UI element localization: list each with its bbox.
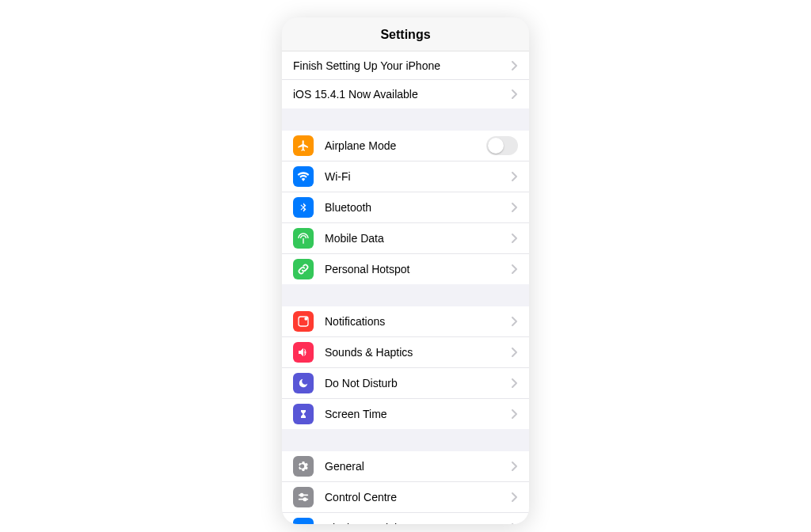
chevron-right-icon (512, 234, 518, 243)
dnd-row[interactable]: Do Not Disturb (282, 368, 529, 399)
hourglass-icon (293, 404, 314, 424)
notice-finish-setup[interactable]: Finish Setting Up Your iPhone (282, 51, 529, 80)
row-label: Wi-Fi (325, 170, 505, 183)
airplane-mode-row[interactable]: Airplane Mode (282, 131, 529, 162)
sounds-row[interactable]: Sounds & Haptics (282, 337, 529, 368)
wifi-row[interactable]: Wi-Fi (282, 162, 529, 192)
row-label: Sounds & Haptics (325, 346, 505, 359)
personal-hotspot-row[interactable]: Personal Hotspot (282, 254, 529, 284)
row-label: Control Centre (325, 491, 505, 504)
chevron-right-icon (512, 492, 518, 502)
chevron-right-icon (512, 348, 518, 357)
attention-section: Notifications Sounds & Haptics Do Not Di… (282, 306, 529, 429)
row-label: Airplane Mode (325, 139, 486, 152)
speaker-icon (293, 342, 314, 363)
chevron-right-icon (512, 523, 518, 524)
link-icon (293, 259, 314, 279)
row-label: Do Not Disturb (325, 377, 505, 390)
screentime-row[interactable]: Screen Time (282, 399, 529, 429)
moon-icon (293, 373, 314, 393)
notice-label: Finish Setting Up Your iPhone (293, 59, 505, 72)
settings-scroll[interactable]: Finish Setting Up Your iPhone iOS 15.4.1… (282, 51, 529, 524)
wifi-icon (293, 166, 314, 187)
airplane-icon (293, 135, 314, 156)
chevron-right-icon (512, 378, 518, 388)
airplane-toggle[interactable] (486, 136, 518, 155)
svg-point-1 (304, 317, 307, 321)
sliders-icon (293, 487, 314, 507)
text-size-icon: AA (293, 518, 314, 524)
antenna-icon (293, 228, 314, 249)
chevron-right-icon (512, 317, 518, 326)
bluetooth-row[interactable]: Bluetooth (282, 192, 529, 223)
gear-icon (293, 456, 314, 477)
chevron-right-icon (512, 462, 518, 471)
section-gap (282, 108, 529, 131)
row-label: Personal Hotspot (325, 263, 505, 276)
row-label: Screen Time (325, 408, 505, 420)
control-centre-row[interactable]: Control Centre (282, 482, 529, 513)
notifications-row[interactable]: Notifications (282, 306, 529, 337)
chevron-right-icon (512, 264, 518, 274)
connectivity-section: Airplane Mode Wi-Fi Bluetooth (282, 131, 529, 284)
chevron-right-icon (512, 61, 518, 70)
svg-point-3 (300, 494, 303, 496)
section-gap (282, 429, 529, 451)
row-label: Mobile Data (325, 232, 505, 245)
notifications-icon (293, 311, 314, 332)
chevron-right-icon (512, 172, 518, 181)
row-label: Notifications (325, 315, 505, 328)
mobile-data-row[interactable]: Mobile Data (282, 223, 529, 254)
bluetooth-icon (293, 197, 314, 218)
page-title: Settings (282, 17, 529, 51)
svg-point-5 (303, 498, 306, 500)
row-label: Display & Brightness (325, 522, 505, 524)
notice-label: iOS 15.4.1 Now Available (293, 88, 505, 101)
chevron-right-icon (512, 203, 518, 212)
chevron-right-icon (512, 409, 518, 419)
chevron-right-icon (512, 89, 518, 99)
display-brightness-row[interactable]: AA Display & Brightness (282, 513, 529, 524)
notice-ios-update[interactable]: iOS 15.4.1 Now Available (282, 80, 529, 108)
notices-section: Finish Setting Up Your iPhone iOS 15.4.1… (282, 51, 529, 108)
general-row[interactable]: General (282, 451, 529, 482)
settings-phone-frame: Settings Finish Setting Up Your iPhone i… (282, 17, 529, 524)
system-section: General Control Centre AA Display & Brig… (282, 451, 529, 524)
row-label: Bluetooth (325, 201, 505, 214)
section-gap (282, 284, 529, 306)
svg-text:A: A (297, 524, 303, 525)
row-label: General (325, 460, 505, 473)
